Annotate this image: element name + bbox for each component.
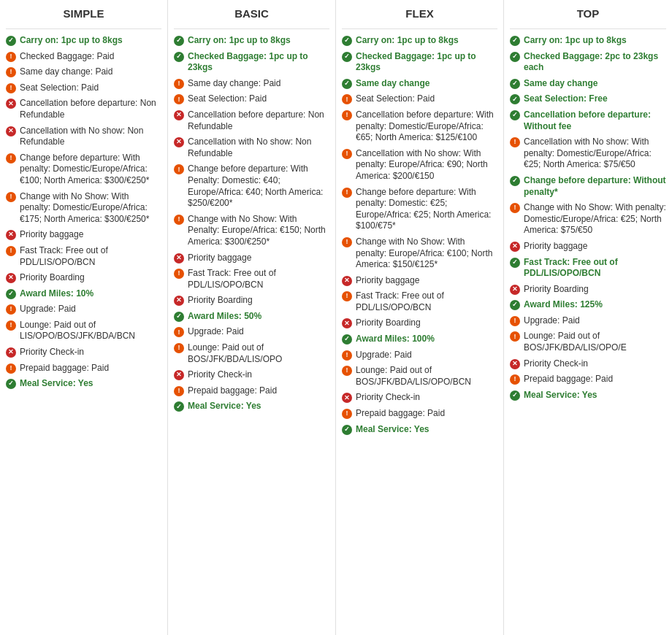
list-item: !Seat Selection: Paid <box>6 82 161 94</box>
feature-text: Priority Boarding <box>20 272 161 284</box>
red-circle-icon: ✕ <box>510 242 520 252</box>
green-circle-icon: ✓ <box>342 79 352 89</box>
red-circle-icon: ✕ <box>342 393 352 403</box>
red-circle-icon: ✕ <box>174 137 184 147</box>
feature-text: Award Miles: 50% <box>188 311 329 323</box>
red-circle-icon: ✕ <box>342 276 352 286</box>
list-item: !Fast Track: Free out of PDL/LIS/OPO/BCN <box>342 290 497 313</box>
feature-text: Priority baggage <box>524 241 666 253</box>
column-basic: BASIC✓Carry on: 1pc up to 8kgs✓Checked B… <box>168 0 336 635</box>
red-circle-icon: ✕ <box>510 359 520 369</box>
list-item: !Change with No Show: With Penalty: Euro… <box>174 214 329 248</box>
header-basic: BASIC <box>174 7 329 29</box>
list-item: ✓Checked Baggage: 1pc up to 23kgs <box>342 51 497 74</box>
list-item: !Cancellation with No show: With penalty… <box>342 148 497 182</box>
list-item: ✕Priority Check-in <box>510 358 666 370</box>
list-item: ✓Carry on: 1pc up to 8kgs <box>6 35 161 47</box>
green-circle-icon: ✓ <box>6 289 16 299</box>
list-item: !Change with No Show: With penalty: Euro… <box>342 236 497 271</box>
feature-text: Carry on: 1pc up to 8kgs <box>20 35 161 47</box>
list-item: !Prepaid baggage: Paid <box>174 385 329 397</box>
green-circle-icon: ✓ <box>510 110 520 120</box>
feature-text: Award Miles: 10% <box>20 288 161 300</box>
green-circle-icon: ✓ <box>174 36 184 46</box>
feature-text: Meal Service: Yes <box>188 401 329 412</box>
list-item: ✕Cancellation with No show: Non Refundab… <box>174 136 329 159</box>
feature-text: Lounge: Paid out of BOS/JFK/BDA/LIS/OPO/… <box>524 331 666 353</box>
feature-text: Meal Service: Yes <box>524 390 666 401</box>
orange-circle-icon: ! <box>174 164 184 174</box>
list-item: ✕Priority Check-in <box>174 369 329 381</box>
feature-text: Change before departure: Without penalty… <box>524 175 666 198</box>
feature-text: Priority Check-in <box>20 347 161 358</box>
list-item: ✓Award Miles: 100% <box>342 334 497 345</box>
column-simple: SIMPLE✓Carry on: 1pc up to 8kgs!Checked … <box>0 0 168 635</box>
list-item: !Prepaid baggage: Paid <box>510 374 666 385</box>
list-item: ✕Priority baggage <box>6 229 161 241</box>
green-circle-icon: ✓ <box>6 36 16 46</box>
list-item: ✓Meal Service: Yes <box>510 390 666 401</box>
feature-text: Prepaid baggage: Paid <box>20 363 161 374</box>
feature-text: Priority baggage <box>20 229 161 241</box>
list-item: ✕Priority Boarding <box>6 272 161 284</box>
list-item: !Change before departure: With Penalty: … <box>174 163 329 209</box>
orange-circle-icon: ! <box>6 153 16 163</box>
orange-circle-icon: ! <box>510 203 520 213</box>
list-item: ✓Checked Baggage: 2pc to 23kgs each <box>510 51 666 74</box>
green-circle-icon: ✓ <box>510 52 520 62</box>
list-item: ✓Meal Service: Yes <box>174 401 329 412</box>
orange-circle-icon: ! <box>342 110 352 120</box>
feature-text: Prepaid baggage: Paid <box>356 408 497 420</box>
orange-circle-icon: ! <box>342 291 352 301</box>
feature-text: Carry on: 1pc up to 8kgs <box>188 35 329 47</box>
feature-text: Lounge: Paid out of LIS/OPO/BOS/JFK/BDA/… <box>20 320 161 342</box>
feature-text: Seat Selection: Paid <box>20 82 161 94</box>
feature-text: Award Miles: 100% <box>356 334 497 345</box>
feature-text: Change before departure: With penalty: D… <box>20 153 161 187</box>
list-item: !Checked Baggage: Paid <box>6 51 161 63</box>
red-circle-icon: ✕ <box>174 110 184 120</box>
header-top: TOP <box>510 7 666 29</box>
feature-text: Prepaid baggage: Paid <box>188 385 329 397</box>
feature-text: Priority Boarding <box>356 318 497 329</box>
list-item: ✕Priority Check-in <box>6 347 161 358</box>
header-flex: FLEX <box>342 7 497 29</box>
feature-text: Priority Boarding <box>524 284 666 296</box>
feature-text: Same day change <box>356 78 497 90</box>
red-circle-icon: ✕ <box>6 347 16 358</box>
orange-circle-icon: ! <box>510 374 520 385</box>
orange-circle-icon: ! <box>174 94 184 104</box>
orange-circle-icon: ! <box>510 316 520 326</box>
orange-circle-icon: ! <box>6 67 16 77</box>
feature-text: Checked Baggage: 1pc up to 23kgs <box>356 51 497 74</box>
green-circle-icon: ✓ <box>510 176 520 186</box>
list-item: !Seat Selection: Paid <box>174 93 329 105</box>
pricing-table: SIMPLE✓Carry on: 1pc up to 8kgs!Checked … <box>0 0 672 635</box>
orange-circle-icon: ! <box>6 246 16 256</box>
red-circle-icon: ✕ <box>174 253 184 263</box>
feature-text: Carry on: 1pc up to 8kgs <box>524 35 666 47</box>
list-item: !Fast Track: Free out of PDL/LIS/OPO/BCN <box>174 268 329 290</box>
column-top: TOP✓Carry on: 1pc up to 8kgs✓Checked Bag… <box>504 0 672 635</box>
orange-circle-icon: ! <box>6 320 16 331</box>
feature-text: Upgrade: Paid <box>524 315 666 327</box>
orange-circle-icon: ! <box>342 188 352 198</box>
list-item: ✕Cancellation before departure: Non Refu… <box>6 98 161 120</box>
feature-text: Checked Baggage: Paid <box>20 51 161 63</box>
feature-text: Seat Selection: Paid <box>188 93 329 105</box>
orange-circle-icon: ! <box>6 192 16 202</box>
feature-text: Change before departure: With Penalty: D… <box>188 163 329 209</box>
list-item: ✕Cancellation before departure: Non Refu… <box>174 109 329 132</box>
orange-circle-icon: ! <box>510 137 520 147</box>
red-circle-icon: ✕ <box>6 273 16 283</box>
list-item: ✕Priority Check-in <box>342 392 497 404</box>
feature-text: Lounge: Paid out of BOS/JFK/BDA/LIS/OPO <box>188 342 329 365</box>
list-item: !Lounge: Paid out of LIS/OPO/BOS/JFK/BDA… <box>6 320 161 342</box>
orange-circle-icon: ! <box>6 83 16 93</box>
list-item: ✓Award Miles: 125% <box>510 299 666 311</box>
feature-text: Cancellation with No show: Non Refundabl… <box>20 126 161 148</box>
green-circle-icon: ✓ <box>6 379 16 389</box>
feature-text: Checked Baggage: 2pc to 23kgs each <box>524 51 666 74</box>
list-item: ✕Priority Boarding <box>510 284 666 296</box>
orange-circle-icon: ! <box>342 409 352 419</box>
